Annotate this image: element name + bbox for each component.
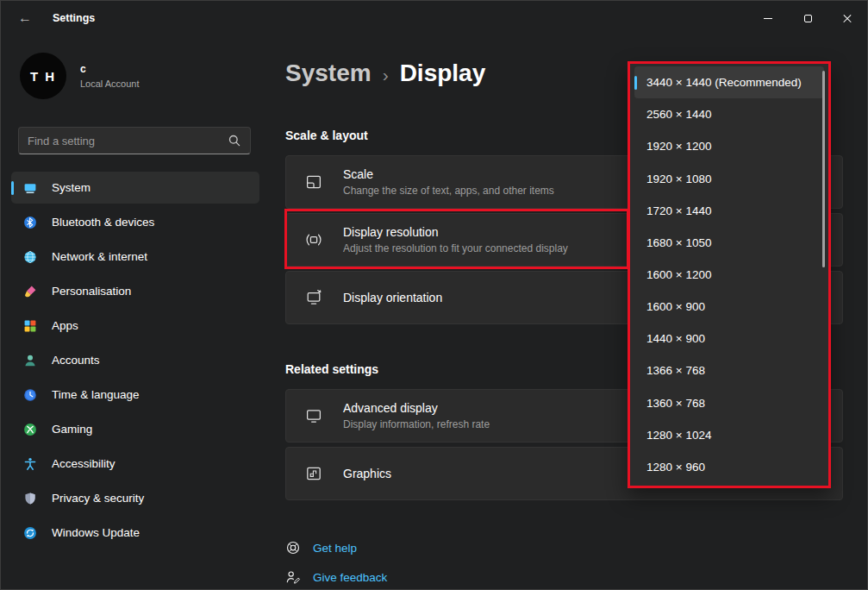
resolution-option[interactable]: 1680 × 1050 [634,227,824,259]
resolution-option-label: 3440 × 1440 (Recommended) [646,76,802,89]
sidebar-item-label: Accessibility [52,457,116,470]
feedback-icon [285,569,301,585]
sidebar-item-label: Network & internet [52,250,147,263]
titlebar: ← Settings [1,1,867,35]
sidebar-nav: SystemBluetooth & devicesNetwork & inter… [1,172,270,549]
sidebar-item-accounts[interactable]: Accounts [11,344,259,376]
resolution-option[interactable]: 2560 × 1440 [634,98,824,130]
dropdown-scrollbar[interactable] [822,71,825,267]
page-title: Display [400,60,486,87]
user-name: c [80,63,140,75]
resolution-option-label: 1720 × 1440 [646,204,711,217]
resolution-option[interactable]: 1366 × 768 [634,355,824,386]
card-subtitle: Display information, refresh rate [343,418,490,430]
gaming-icon [23,423,37,436]
user-card[interactable]: T H c Local Account [20,53,270,99]
resolution-option-label: 1600 × 1200 [646,268,711,281]
resolution-option[interactable]: 1920 × 1080 [634,162,824,194]
resolution-option[interactable]: 1920 × 1200 [634,130,824,162]
scale-icon [305,173,322,191]
search-input[interactable] [19,135,228,148]
resolution-options-list: 3440 × 1440 (Recommended)2560 × 14401920… [630,64,828,486]
selected-indicator [634,76,637,90]
sidebar-item-network-internet[interactable]: Network & internet [11,241,259,273]
card-title: Display orientation [343,291,442,304]
orientation-icon [305,289,322,306]
resolution-option[interactable]: 1440 × 900 [634,323,824,355]
resolution-option[interactable]: 3440 × 1440 (Recommended) [634,66,824,98]
resolution-option[interactable]: 1360 × 768 [634,387,824,419]
breadcrumb-system[interactable]: System [285,60,372,87]
card-title: Advanced display [343,401,490,415]
minimize-icon [764,18,772,19]
card-subtitle: Adjust the resolution to fit your connec… [343,242,568,254]
time-icon [23,388,37,402]
account-type: Local Account [80,78,140,89]
back-arrow-icon: ← [18,10,32,25]
sidebar-item-personalisation[interactable]: Personalisation [11,275,259,307]
sidebar-item-label: Apps [52,319,78,332]
sidebar-item-label: Accounts [52,354,100,367]
user-meta: c Local Account [80,63,140,89]
resolution-option-label: 1280 × 1024 [646,429,711,442]
resolution-option-label: 1440 × 900 [646,332,705,345]
avatar-initials: T H [30,69,56,84]
minimize-button[interactable] [748,1,788,35]
network-icon [23,250,37,264]
sidebar-item-label: Time & language [52,388,140,401]
sidebar-item-privacy-security[interactable]: Privacy & security [11,482,259,514]
get-help-link[interactable]: Get help [285,533,843,562]
link-label: Get help [313,542,357,555]
card-title: Scale [343,167,554,181]
update-icon [23,526,37,540]
sidebar-item-accessibility[interactable]: Accessibility [11,448,259,480]
card-text: Display resolutionAdjust the resolution … [343,225,568,254]
resolution-option[interactable]: 1600 × 900 [634,291,824,323]
selected-indicator [11,181,14,195]
breadcrumb-separator-icon: › [383,62,389,85]
accounts-icon [23,354,37,367]
sidebar-item-bluetooth-devices[interactable]: Bluetooth & devices [11,206,259,238]
resolution-option[interactable]: 1280 × 960 [634,451,824,483]
resolution-option-label: 1680 × 1050 [646,236,711,249]
help-icon [285,540,301,555]
resolution-icon [305,231,322,248]
resolution-option-label: 1920 × 1200 [646,140,711,153]
privacy-icon [23,492,37,505]
sidebar-item-label: Personalisation [52,285,131,298]
resolution-option[interactable]: 1720 × 1440 [634,195,824,227]
window-controls [748,1,867,35]
search-icon[interactable] [228,134,241,148]
back-button[interactable]: ← [8,3,42,33]
footer-links: Get helpGive feedback [285,533,843,590]
resolution-option-label: 1360 × 768 [646,397,705,410]
sidebar-item-label: Gaming [52,423,92,436]
system-icon [23,181,37,195]
graphics-icon [305,465,322,482]
sidebar-item-apps[interactable]: Apps [11,310,259,342]
card-title: Display resolution [343,225,568,239]
card-text: Graphics [343,467,391,480]
resolution-option-label: 1280 × 960 [646,461,705,474]
advanced-display-icon [305,407,322,424]
card-text: Advanced displayDisplay information, ref… [343,401,490,430]
sidebar-item-windows-update[interactable]: Windows Update [11,517,259,549]
maximize-icon [804,15,812,22]
bluetooth-icon [23,216,37,229]
sidebar-item-time-language[interactable]: Time & language [11,379,259,411]
sidebar-item-label: Privacy & security [52,492,144,505]
close-button[interactable] [827,1,867,35]
settings-window: ← Settings T H c Local Account [0,0,868,590]
personalisation-icon [23,285,37,298]
search-box [18,127,251,154]
sidebar-item-label: Windows Update [52,526,140,539]
resolution-option[interactable]: 1600 × 1200 [634,259,824,291]
resolution-option-label: 1920 × 1080 [646,173,711,185]
give-feedback-link[interactable]: Give feedback [285,562,843,590]
sidebar-item-gaming[interactable]: Gaming [11,413,259,445]
sidebar-item-system[interactable]: System [11,172,259,204]
maximize-button[interactable] [788,1,827,35]
card-text: ScaleChange the size of text, apps, and … [343,167,554,197]
resolution-option[interactable]: 1280 × 1024 [634,419,824,451]
card-title: Graphics [343,467,391,480]
